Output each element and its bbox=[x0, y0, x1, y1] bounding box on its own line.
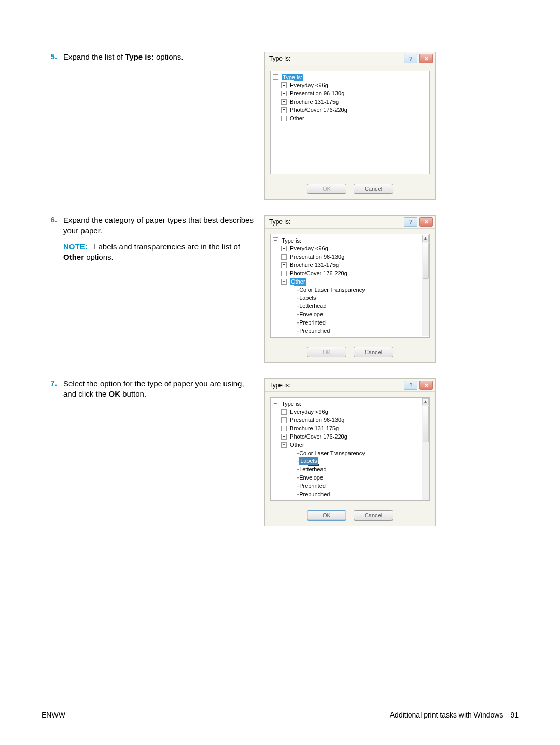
tree-sub-item[interactable]: Envelope bbox=[299, 311, 323, 318]
tree-view[interactable]: − · Type is: +·Everyday <96g+·Presentati… bbox=[270, 71, 430, 174]
expand-icon[interactable]: + bbox=[281, 262, 287, 268]
tree-sub-item[interactable]: Prepunched bbox=[299, 490, 330, 498]
type-is-dialog-2: Type is: ? ✕ − · Type is: +·Everyday <96… bbox=[264, 215, 436, 363]
tree-view[interactable]: − · Type is: +·Everyday <96g+·Presentati… bbox=[270, 234, 430, 338]
tree-sub-item[interactable]: Letterhead bbox=[299, 302, 327, 310]
step-text: Expand the category of paper types that … bbox=[63, 215, 254, 363]
tree-sub-item[interactable]: Envelope bbox=[299, 474, 323, 482]
scrollbar[interactable]: ▲ bbox=[422, 235, 429, 336]
expand-icon[interactable]: + bbox=[281, 409, 287, 415]
tree-sub-item[interactable]: Preprinted bbox=[299, 319, 326, 327]
tree-item-other[interactable]: Other bbox=[290, 278, 306, 286]
footer-section: Additional print tasks with Windows bbox=[390, 711, 503, 719]
tree-item[interactable]: Brochure 131-175g bbox=[290, 98, 339, 106]
dialog-titlebar: Type is: ? ✕ bbox=[265, 52, 435, 65]
tree-item[interactable]: Brochure 131-175g bbox=[290, 261, 339, 269]
tree-item[interactable]: Photo/Cover 176-220g bbox=[290, 106, 347, 114]
tree-item[interactable]: Brochure 131-175g bbox=[290, 425, 339, 432]
type-is-dialog-1: Type is: ? ✕ − · Type is: +·Everyday <96… bbox=[264, 52, 436, 200]
tree-sub-item[interactable]: Colored bbox=[299, 335, 319, 338]
step-number: 7. bbox=[41, 378, 63, 526]
close-icon[interactable]: ✕ bbox=[419, 217, 433, 227]
tree-root[interactable]: Type is: bbox=[282, 237, 301, 245]
expand-icon[interactable]: + bbox=[281, 107, 287, 113]
tree-item[interactable]: Presentation 96-130g bbox=[290, 90, 344, 97]
scroll-thumb[interactable] bbox=[423, 406, 429, 442]
footer-left: ENWW bbox=[41, 711, 65, 719]
tree-item[interactable]: Everyday <96g bbox=[290, 81, 328, 89]
scrollbar[interactable]: ▲ bbox=[422, 398, 429, 500]
expand-icon[interactable]: + bbox=[281, 271, 287, 276]
tree-sub-item[interactable]: Color Laser Transparency bbox=[299, 449, 365, 457]
expand-icon[interactable]: + bbox=[281, 116, 287, 121]
tree-root[interactable]: Type is: bbox=[282, 74, 303, 81]
close-icon[interactable]: ✕ bbox=[419, 54, 433, 63]
collapse-icon[interactable]: − bbox=[273, 74, 278, 80]
cancel-button[interactable]: Cancel bbox=[354, 510, 393, 521]
close-icon[interactable]: ✕ bbox=[419, 381, 433, 390]
collapse-icon[interactable]: − bbox=[273, 237, 278, 243]
dialog-title: Type is: bbox=[269, 381, 402, 389]
expand-icon[interactable]: + bbox=[281, 99, 287, 105]
step-number: 6. bbox=[41, 215, 63, 363]
collapse-icon[interactable]: − bbox=[281, 279, 287, 285]
page-number: 91 bbox=[510, 711, 519, 719]
ok-button[interactable]: OK bbox=[307, 510, 346, 521]
note-label: NOTE: bbox=[63, 242, 88, 251]
ok-button[interactable]: OK bbox=[307, 184, 346, 194]
tree-sub-item[interactable]: Preprinted bbox=[299, 482, 326, 490]
dialog-title: Type is: bbox=[269, 218, 402, 226]
tree-item[interactable]: Other bbox=[290, 115, 304, 122]
tree-sub-item[interactable]: Color Laser Transparency bbox=[299, 286, 365, 294]
expand-icon[interactable]: + bbox=[281, 82, 287, 88]
ok-button[interactable]: OK bbox=[307, 347, 346, 357]
tree-sub-item[interactable]: Labels bbox=[299, 294, 316, 302]
scroll-thumb[interactable] bbox=[423, 243, 429, 279]
expand-icon[interactable]: + bbox=[281, 254, 287, 260]
dialog-titlebar: Type is: ? ✕ bbox=[265, 216, 435, 229]
collapse-icon[interactable]: − bbox=[281, 442, 287, 448]
expand-icon[interactable]: + bbox=[281, 426, 287, 431]
scroll-up-icon[interactable]: ▲ bbox=[422, 235, 429, 242]
help-icon[interactable]: ? bbox=[404, 217, 417, 227]
tree-sub-item[interactable]: Letterhead bbox=[299, 466, 327, 473]
expand-icon[interactable]: + bbox=[281, 417, 287, 423]
dialog-title: Type is: bbox=[269, 54, 402, 63]
page-footer: ENWW Additional print tasks with Windows… bbox=[41, 711, 519, 719]
help-icon[interactable]: ? bbox=[404, 54, 417, 63]
cancel-button[interactable]: Cancel bbox=[354, 184, 393, 194]
dialog-titlebar: Type is: ? ✕ bbox=[265, 379, 435, 392]
type-is-dialog-3: Type is: ? ✕ − · Type is: +·Everyday <96… bbox=[264, 378, 436, 526]
tree-item[interactable]: Photo/Cover 176-220g bbox=[290, 270, 347, 277]
tree-item[interactable]: Everyday <96g bbox=[290, 245, 328, 252]
expand-icon[interactable]: + bbox=[281, 91, 287, 96]
tree-item[interactable]: Photo/Cover 176-220g bbox=[290, 433, 347, 441]
help-icon[interactable]: ? bbox=[404, 381, 417, 390]
tree-item[interactable]: Presentation 96-130g bbox=[290, 253, 344, 261]
tree-item[interactable]: Everyday <96g bbox=[290, 408, 328, 416]
tree-sub-item[interactable]: Prepunched bbox=[299, 327, 330, 335]
step-text: Select the option for the type of paper … bbox=[63, 378, 254, 526]
expand-icon[interactable]: + bbox=[281, 434, 287, 440]
cancel-button[interactable]: Cancel bbox=[354, 347, 393, 357]
tree-item[interactable]: Presentation 96-130g bbox=[290, 416, 344, 424]
tree-sub-item[interactable]: Colored bbox=[299, 499, 319, 501]
step-text: Expand the list of Type is: options. bbox=[63, 52, 254, 200]
scroll-up-icon[interactable]: ▲ bbox=[422, 398, 429, 405]
tree-view[interactable]: − · Type is: +·Everyday <96g+·Presentati… bbox=[270, 397, 430, 501]
tree-item-other[interactable]: Other bbox=[290, 441, 304, 449]
collapse-icon[interactable]: − bbox=[273, 401, 278, 406]
step-number: 5. bbox=[41, 52, 63, 200]
tree-sub-item[interactable]: Labels bbox=[299, 457, 318, 465]
expand-icon[interactable]: + bbox=[281, 246, 287, 251]
tree-root[interactable]: Type is: bbox=[282, 400, 301, 408]
